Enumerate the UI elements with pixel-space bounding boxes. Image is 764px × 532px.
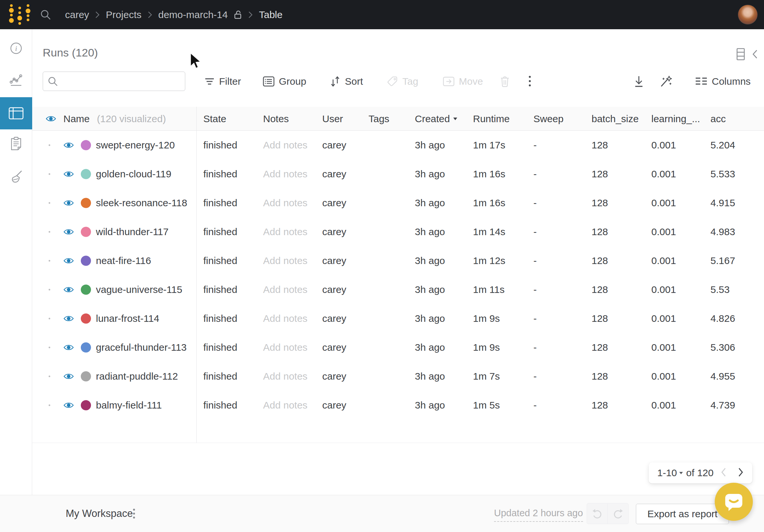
- sidebar-item-workspace[interactable]: [0, 64, 32, 96]
- table-row[interactable]: swept-energy-120 finished Add notes care…: [32, 131, 764, 160]
- table-row[interactable]: graceful-thunder-113 finished Add notes …: [32, 333, 764, 362]
- wandb-logo-icon[interactable]: [7, 3, 32, 28]
- page-size-selector[interactable]: 1-10: [657, 467, 683, 478]
- run-notes[interactable]: Add notes: [263, 284, 307, 295]
- drag-handle[interactable]: [49, 144, 50, 146]
- chat-support-button[interactable]: [715, 483, 753, 521]
- runs-search-input[interactable]: [62, 76, 180, 87]
- tags-column-header[interactable]: Tags: [369, 107, 389, 131]
- drag-handle[interactable]: [49, 260, 50, 262]
- table-row[interactable]: vague-universe-115 finished Add notes ca…: [32, 275, 764, 304]
- collapse-chevron-icon[interactable]: [752, 50, 757, 59]
- user-avatar[interactable]: [738, 5, 758, 25]
- eye-icon[interactable]: [64, 373, 74, 380]
- run-acc: 4.983: [710, 226, 735, 238]
- run-notes[interactable]: Add notes: [263, 168, 307, 180]
- run-notes[interactable]: Add notes: [263, 226, 307, 238]
- sweep-column-header[interactable]: Sweep: [533, 107, 564, 131]
- notes-column-header[interactable]: Notes: [263, 107, 289, 131]
- run-name[interactable]: golden-cloud-119: [96, 168, 171, 180]
- breadcrumb-projects[interactable]: Projects: [106, 9, 141, 20]
- eye-icon[interactable]: [64, 199, 74, 207]
- run-name[interactable]: lunar-frost-114: [96, 313, 159, 324]
- drag-handle[interactable]: [49, 289, 50, 291]
- move-button[interactable]: Move: [443, 72, 483, 91]
- acc-column-header[interactable]: acc: [710, 107, 726, 131]
- magic-wand-button[interactable]: [660, 72, 673, 91]
- table-row[interactable]: lunar-frost-114 finished Add notes carey…: [32, 304, 764, 333]
- run-notes[interactable]: Add notes: [263, 197, 307, 209]
- run-name[interactable]: balmy-field-111: [96, 400, 162, 411]
- search-icon[interactable]: [40, 9, 51, 20]
- run-notes[interactable]: Add notes: [263, 400, 307, 411]
- sidebar-item-table[interactable]: [0, 97, 32, 129]
- run-name[interactable]: sleek-resonance-118: [96, 197, 187, 209]
- name-column-header[interactable]: Name (120 visualized): [46, 107, 166, 131]
- eye-icon[interactable]: [64, 141, 74, 149]
- prev-page-chevron-icon[interactable]: [720, 467, 727, 477]
- sidebar-item-sweeps[interactable]: [0, 161, 32, 193]
- table-row[interactable]: golden-cloud-119 finished Add notes care…: [32, 160, 764, 189]
- run-name[interactable]: swept-energy-120: [96, 139, 175, 151]
- drag-handle[interactable]: [49, 173, 50, 175]
- eye-icon[interactable]: [64, 344, 74, 351]
- sidebar-item-reports[interactable]: [0, 128, 32, 160]
- run-name[interactable]: neat-fire-116: [96, 255, 151, 266]
- table-row[interactable]: neat-fire-116 finished Add notes carey 3…: [32, 246, 764, 275]
- columns-button[interactable]: Columns: [695, 72, 751, 91]
- state-column-header[interactable]: State: [203, 107, 226, 131]
- run-notes[interactable]: Add notes: [263, 139, 307, 151]
- drag-handle[interactable]: [49, 347, 50, 348]
- delete-button[interactable]: [500, 72, 510, 91]
- eye-icon[interactable]: [64, 170, 74, 178]
- group-button[interactable]: Group: [263, 72, 306, 91]
- sidebar-item-overview[interactable]: i: [0, 32, 32, 64]
- user-column-header[interactable]: User: [322, 107, 343, 131]
- more-actions-button[interactable]: [528, 72, 531, 91]
- breadcrumb-page[interactable]: Table: [259, 9, 283, 20]
- run-name[interactable]: graceful-thunder-113: [96, 342, 187, 353]
- table-row[interactable]: sleek-resonance-118 finished Add notes c…: [32, 189, 764, 217]
- run-notes[interactable]: Add notes: [263, 313, 307, 324]
- eye-icon[interactable]: [64, 257, 74, 265]
- workspace-selector[interactable]: My Workspace: [66, 495, 133, 532]
- workspace-menu-button[interactable]: [133, 495, 135, 532]
- next-page-chevron-icon[interactable]: [737, 467, 744, 477]
- breadcrumb-user[interactable]: carey: [65, 9, 89, 20]
- drag-handle[interactable]: [49, 376, 50, 377]
- created-column-header[interactable]: Created: [415, 107, 457, 131]
- breadcrumb-project[interactable]: demo-march-14: [158, 9, 228, 20]
- table-row[interactable]: wild-thunder-117 finished Add notes care…: [32, 217, 764, 246]
- filter-button[interactable]: Filter: [204, 72, 241, 91]
- table-row[interactable]: radiant-puddle-112 finished Add notes ca…: [32, 362, 764, 391]
- drag-handle[interactable]: [49, 405, 50, 406]
- drag-handle[interactable]: [49, 231, 50, 233]
- export-as-report-button[interactable]: Export as report: [636, 504, 729, 524]
- run-notes[interactable]: Add notes: [263, 342, 307, 353]
- run-name[interactable]: radiant-puddle-112: [96, 371, 178, 382]
- table-row[interactable]: balmy-field-111 finished Add notes carey…: [32, 391, 764, 420]
- eye-icon[interactable]: [64, 315, 74, 322]
- run-notes[interactable]: Add notes: [263, 371, 307, 382]
- learning-rate-column-header[interactable]: learning_...: [651, 107, 700, 131]
- eye-icon[interactable]: [64, 228, 74, 236]
- redo-button[interactable]: [608, 503, 629, 524]
- eye-icon[interactable]: [46, 115, 56, 122]
- run-name[interactable]: wild-thunder-117: [96, 226, 168, 238]
- panel-stack-icon[interactable]: [736, 48, 745, 61]
- sort-button[interactable]: Sort: [329, 72, 363, 91]
- eye-icon[interactable]: [64, 402, 74, 409]
- batch-size-column-header[interactable]: batch_size: [592, 107, 639, 131]
- download-button[interactable]: [633, 72, 645, 91]
- run-notes[interactable]: Add notes: [263, 255, 307, 266]
- eye-icon[interactable]: [64, 286, 74, 293]
- chevron-right-icon: [248, 11, 253, 18]
- tag-button[interactable]: Tag: [387, 72, 418, 91]
- drag-handle[interactable]: [49, 202, 50, 204]
- run-name[interactable]: vague-universe-115: [96, 284, 182, 295]
- runtime-column-header[interactable]: Runtime: [473, 107, 510, 131]
- page-total-label: of 120: [686, 467, 713, 478]
- run-created: 3h ago: [415, 197, 445, 209]
- undo-button[interactable]: [587, 503, 608, 524]
- drag-handle[interactable]: [49, 318, 50, 319]
